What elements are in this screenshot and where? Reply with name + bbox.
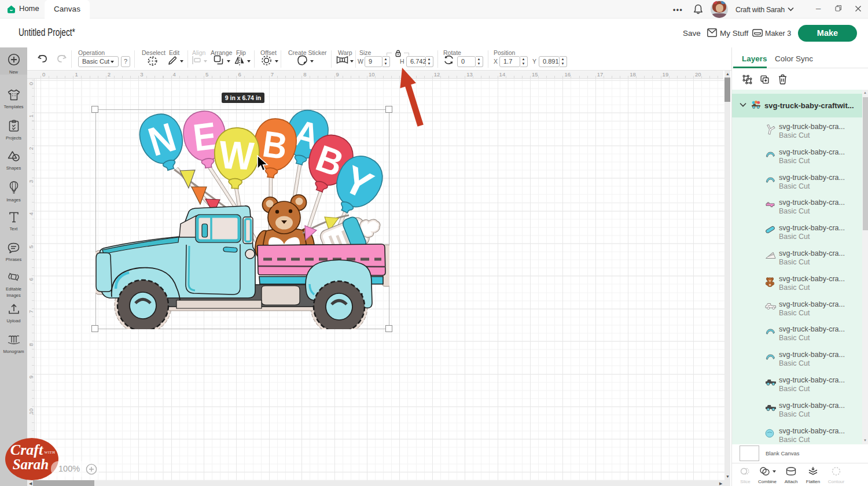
svg-text:W: W — [218, 132, 256, 178]
